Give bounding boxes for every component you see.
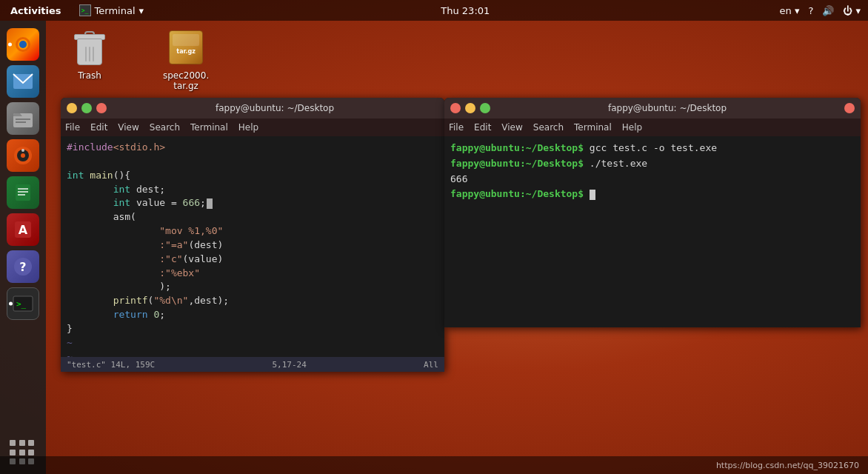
bash-menu-edit[interactable]: Edit	[474, 122, 491, 133]
code-line-3: int main(){	[67, 169, 438, 183]
code-line-11: );	[67, 280, 438, 294]
bash-line-2: fappy@ubuntu:~/Desktop$ ./test.exe	[450, 156, 855, 172]
bash-title: fappy@ubuntu: ~/Desktop	[495, 103, 840, 113]
code-line-4: int dest;	[67, 183, 438, 197]
targz-label: spec2000. tar.gz	[163, 70, 209, 91]
svg-text:?: ?	[19, 260, 26, 274]
bash-maximize-button[interactable]	[480, 103, 490, 113]
help-icon[interactable]: ?	[808, 5, 813, 16]
code-line-8: :"=a"(dest)	[67, 238, 438, 253]
help-icon: ?	[13, 256, 33, 277]
svg-point-10	[21, 149, 24, 152]
topbar-clock: Thu 23:01	[151, 5, 779, 16]
vim-status-scroll: All	[424, 360, 438, 370]
vim-statusbar: "test.c" 14L, 159C 5,17-24 All	[61, 357, 444, 372]
targz-icon-image: tar.gz	[167, 28, 205, 67]
vim-menu-edit[interactable]: Edit	[90, 122, 107, 133]
trash-desktop-icon[interactable]: Trash	[70, 28, 109, 81]
svg-rect-6	[16, 121, 26, 123]
bash-line-3: fappy@ubuntu:~/Desktop$	[450, 187, 855, 202]
code-line-9: :"c"(value)	[67, 253, 438, 267]
vim-menu-help[interactable]: Help	[238, 122, 258, 133]
vim-menu-view[interactable]: View	[118, 122, 138, 133]
svg-rect-14	[18, 194, 25, 196]
terminal-menu-icon: >_	[79, 4, 91, 16]
bash-output-666: 666	[450, 172, 855, 187]
bash-close-button[interactable]	[450, 103, 461, 113]
svg-rect-13	[18, 191, 28, 193]
vim-close-button[interactable]	[96, 103, 107, 113]
vim-title: fappy@ubuntu: ~/Desktop	[111, 103, 438, 113]
code-line-5: int value = 666;	[67, 196, 438, 210]
trash-icon-image	[70, 28, 109, 67]
code-line-6: asm(	[67, 210, 438, 224]
power-icon[interactable]: ⏻ ▾	[843, 5, 861, 16]
topbar-right: en ▾ ? 🔊 ⏻ ▾	[780, 5, 869, 16]
bottom-bar: https://blog.csdn.net/qq_39021670	[0, 456, 868, 474]
bash-close-right[interactable]	[844, 103, 855, 113]
vim-code-area[interactable]: #include<stdio.h> int main(){ int dest; …	[61, 136, 444, 357]
dock-firefox[interactable]	[7, 28, 39, 61]
targz-inner-label: tar.gz	[176, 48, 195, 55]
vim-menu-file[interactable]: File	[65, 122, 80, 133]
trash-body	[77, 39, 102, 65]
bash-menu-search[interactable]: Search	[533, 122, 564, 133]
bash-menubar: File Edit View Search Terminal Help	[444, 118, 861, 136]
vim-maximize-button[interactable]	[81, 103, 92, 113]
targz-desktop-icon[interactable]: tar.gz spec2000. tar.gz	[163, 28, 209, 91]
bash-line-1: fappy@ubuntu:~/Desktop$ gcc test.c -o te…	[450, 141, 855, 156]
code-line-14: }	[67, 322, 438, 336]
svg-point-2	[19, 41, 27, 48]
svg-rect-5	[16, 118, 30, 120]
libreoffice-icon	[13, 182, 33, 203]
bash-cursor	[590, 190, 595, 200]
bottom-url: https://blog.csdn.net/qq_39021670	[716, 461, 859, 470]
bash-minimize-button[interactable]	[465, 103, 475, 113]
dock-running-indicator	[8, 43, 12, 47]
terminal-icon: >_	[13, 296, 33, 312]
dock-files[interactable]	[7, 102, 39, 135]
trash-can-graphic	[74, 30, 105, 65]
svg-text:>_: >_	[16, 299, 27, 309]
activities-button[interactable]: Activities	[0, 5, 72, 16]
vim-menubar: File Edit View Search Terminal Help	[61, 118, 444, 136]
terminal-menu-button[interactable]: >_ Terminal ▾	[72, 4, 151, 16]
appstore-icon: A	[13, 219, 33, 240]
code-line-2	[67, 155, 438, 169]
bash-menu-terminal[interactable]: Terminal	[574, 122, 612, 133]
dock: A ? >_	[0, 21, 46, 474]
trash-lines	[85, 47, 94, 61]
firefox-icon	[13, 34, 33, 55]
bash-menu-view[interactable]: View	[501, 122, 522, 133]
mail-icon	[13, 73, 33, 90]
bash-menu-help[interactable]: Help	[622, 122, 642, 133]
dock-terminal-indicator	[9, 302, 13, 306]
targz-graphic: tar.gz	[169, 30, 203, 64]
code-line-7: "mov %1,%0"	[67, 224, 438, 238]
vim-status-filename: "test.c" 14L, 159C	[67, 360, 155, 370]
rhythmbox-icon	[13, 145, 33, 166]
dock-rhythmbox[interactable]	[7, 139, 39, 172]
vim-titlebar: fappy@ubuntu: ~/Desktop	[61, 98, 444, 118]
code-line-1: #include<stdio.h>	[67, 141, 438, 155]
code-line-tilde-1: ~	[67, 336, 438, 350]
dock-help[interactable]: ?	[7, 250, 39, 283]
dock-mail[interactable]	[7, 65, 39, 98]
terminal-dropdown-arrow: ▾	[139, 5, 144, 16]
dock-libreoffice[interactable]	[7, 176, 39, 209]
files-icon	[13, 109, 33, 128]
code-line-tilde-2: ~	[67, 350, 438, 357]
trash-label: Trash	[78, 70, 101, 81]
bash-terminal-window: fappy@ubuntu: ~/Desktop File Edit View S…	[444, 98, 861, 327]
dock-terminal[interactable]: >_	[7, 287, 39, 320]
bash-menu-file[interactable]: File	[449, 122, 464, 133]
vim-minimize-button[interactable]	[67, 103, 77, 113]
dock-appstore[interactable]: A	[7, 213, 39, 246]
volume-icon[interactable]: 🔊	[822, 5, 834, 16]
vim-menu-search[interactable]: Search	[150, 122, 180, 133]
vim-menu-terminal[interactable]: Terminal	[190, 122, 228, 133]
svg-point-9	[21, 153, 25, 158]
bash-output-area[interactable]: fappy@ubuntu:~/Desktop$ gcc test.c -o te…	[444, 136, 861, 327]
language-selector[interactable]: en ▾	[780, 5, 800, 16]
svg-rect-12	[18, 188, 28, 190]
